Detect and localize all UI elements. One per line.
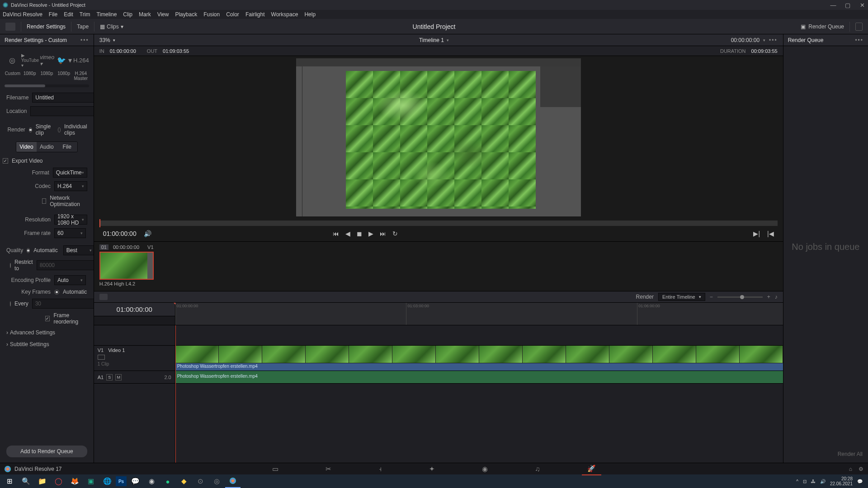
minimize-button[interactable]: — <box>830 2 836 8</box>
viewer-options-icon[interactable]: ••• <box>769 37 778 43</box>
menu-playback[interactable]: Playback <box>175 11 197 18</box>
preset-twitter[interactable]: 🐦 ▾ <box>57 50 72 71</box>
video-track-header[interactable]: V1 Video 1 1 Clip <box>94 346 175 371</box>
restrict-radio[interactable] <box>10 263 11 268</box>
step-back-button[interactable]: ◀ <box>345 230 350 237</box>
page-deliver[interactable]: 🚀 <box>582 463 601 475</box>
preset-youtube[interactable]: ▶ YouTube ▾ <box>21 50 39 71</box>
quality-auto-radio[interactable] <box>27 248 30 253</box>
preset-scrollbar[interactable] <box>5 84 89 87</box>
menu-view[interactable]: View <box>157 11 169 18</box>
firefox-icon[interactable]: 🦊 <box>67 474 82 488</box>
quality-select[interactable]: Best▾ <box>63 245 94 255</box>
add-to-render-queue-button[interactable]: Add to Render Queue <box>6 446 87 457</box>
close-button[interactable]: ✕ <box>859 2 865 8</box>
preset-vimeo[interactable]: vimeo ▾ <box>40 50 56 71</box>
next-clip-button[interactable]: ▶| <box>753 230 760 237</box>
single-clip-radio[interactable] <box>29 127 32 132</box>
search-icon[interactable]: 🔍 <box>18 474 33 488</box>
queue-options-icon[interactable]: ••• <box>855 37 863 43</box>
viewer-zoom[interactable]: 33%▾ <box>99 37 115 43</box>
tray-network-icon[interactable]: 🖧 <box>811 479 816 484</box>
timeline-name[interactable]: Timeline 1▾ <box>419 37 449 43</box>
tape-toggle[interactable]: Tape <box>77 23 89 30</box>
framerate-select[interactable]: 60▾ <box>54 228 86 238</box>
advanced-settings-toggle[interactable]: ›Advanced Settings <box>0 327 94 338</box>
maximize-button[interactable]: ▢ <box>844 2 851 8</box>
panel-options-icon[interactable]: ••• <box>80 37 89 43</box>
menu-mark[interactable]: Mark <box>139 11 151 18</box>
page-cut[interactable]: ✂ <box>320 463 337 475</box>
expand-icon[interactable] <box>855 23 863 31</box>
settings-icon[interactable]: ⚙ <box>859 466 863 472</box>
chrome-icon[interactable]: 🌐 <box>99 474 115 488</box>
filename-input[interactable] <box>32 93 94 103</box>
clips-toggle[interactable]: ▦ Clips ▾ <box>100 23 123 30</box>
playhead[interactable] <box>175 303 176 463</box>
loop-button[interactable]: ↻ <box>392 230 398 237</box>
stop-button[interactable]: ◼ <box>357 230 362 237</box>
audio-icon[interactable]: ♪ <box>775 294 778 300</box>
menu-app[interactable]: DaVinci Resolve <box>3 11 42 18</box>
page-edit[interactable]: ⫞ <box>373 463 387 474</box>
app-icon-2[interactable]: ● <box>160 474 175 488</box>
viewer-timecode[interactable]: 00:00:00:00 <box>731 37 760 43</box>
tl-render-select[interactable]: Entire Timeline▾ <box>658 293 705 301</box>
solo-button[interactable]: S <box>106 374 113 380</box>
individual-clips-radio[interactable] <box>58 127 61 132</box>
notifications-icon[interactable]: 💬 <box>857 479 863 484</box>
restrict-input[interactable] <box>37 260 94 270</box>
codec-select[interactable]: H.264▾ <box>54 181 87 191</box>
format-select[interactable]: QuickTime▾ <box>53 168 87 178</box>
volume-icon[interactable]: 🔊 <box>144 230 151 237</box>
discord-icon[interactable]: 💬 <box>127 474 143 488</box>
render-all-button[interactable]: Render All <box>789 451 863 457</box>
menu-workspace[interactable]: Workspace <box>271 11 298 18</box>
deliver-icon[interactable] <box>5 23 15 31</box>
preset-h264[interactable]: H.264 <box>73 50 89 71</box>
home-icon[interactable]: ⌂ <box>849 466 852 472</box>
render-settings-toggle[interactable]: Render Settings <box>27 23 66 30</box>
tray-drive-icon[interactable]: ⊡ <box>803 479 807 484</box>
source-clip-thumb[interactable] <box>99 252 154 280</box>
mute-button[interactable]: M <box>115 374 122 380</box>
enc-profile-select[interactable]: Auto▾ <box>54 275 86 285</box>
network-opt-check[interactable] <box>42 198 46 204</box>
frame-reorder-check[interactable]: ✓ <box>45 316 50 321</box>
viewer-scrubber[interactable] <box>99 221 778 226</box>
app-icon-3[interactable]: ◆ <box>176 474 192 488</box>
menu-edit[interactable]: Edit <box>64 11 73 18</box>
page-color[interactable]: ◉ <box>476 463 493 475</box>
subtitle-settings-toggle[interactable]: ›Subtitle Settings <box>0 338 94 350</box>
menu-help[interactable]: Help <box>304 11 316 18</box>
timeline-view-icon[interactable] <box>99 294 108 300</box>
track-enable-toggle[interactable] <box>98 355 105 360</box>
opera-icon[interactable]: ◯ <box>51 474 66 488</box>
go-start-button[interactable]: ⏮ <box>333 230 339 237</box>
page-fairlight[interactable]: ♫ <box>529 463 545 474</box>
video-clip[interactable]: Photoshop Wassertropfen erstellen.mp4 <box>175 346 783 371</box>
menu-color[interactable]: Color <box>226 11 239 18</box>
explorer-icon[interactable]: 📁 <box>34 474 50 488</box>
menu-file[interactable]: File <box>49 11 57 18</box>
menu-trim[interactable]: Trim <box>80 11 90 18</box>
resolve-taskbar-icon[interactable] <box>225 474 241 488</box>
zoom-out-button[interactable]: − <box>710 294 713 300</box>
obs-icon[interactable]: ◎ <box>209 474 224 488</box>
tray-chevron-icon[interactable]: ^ <box>796 479 798 484</box>
render-queue-toggle[interactable]: ▣ Render Queue <box>801 23 844 30</box>
location-input[interactable] <box>30 106 94 116</box>
preset-custom[interactable]: ◎ <box>5 50 20 71</box>
keyframes-every-radio[interactable] <box>10 301 11 306</box>
prev-clip-button[interactable]: |◀ <box>767 230 774 237</box>
menu-clip[interactable]: Clip <box>123 11 132 18</box>
zoom-in-button[interactable]: + <box>767 294 770 300</box>
timeline-ruler[interactable]: 01:00:00:00 01:03:00:00 01:06:00:00 <box>175 303 783 325</box>
menu-timeline[interactable]: Timeline <box>96 11 117 18</box>
page-fusion[interactable]: ✦ <box>424 463 440 475</box>
resolution-select[interactable]: 868 x 488 HD▾ <box>54 215 87 225</box>
tab-audio[interactable]: Audio <box>37 142 57 152</box>
tab-file[interactable]: File <box>57 142 77 152</box>
menu-fairlight[interactable]: Fairlight <box>245 11 265 18</box>
app-icon-1[interactable]: ▣ <box>83 474 99 488</box>
